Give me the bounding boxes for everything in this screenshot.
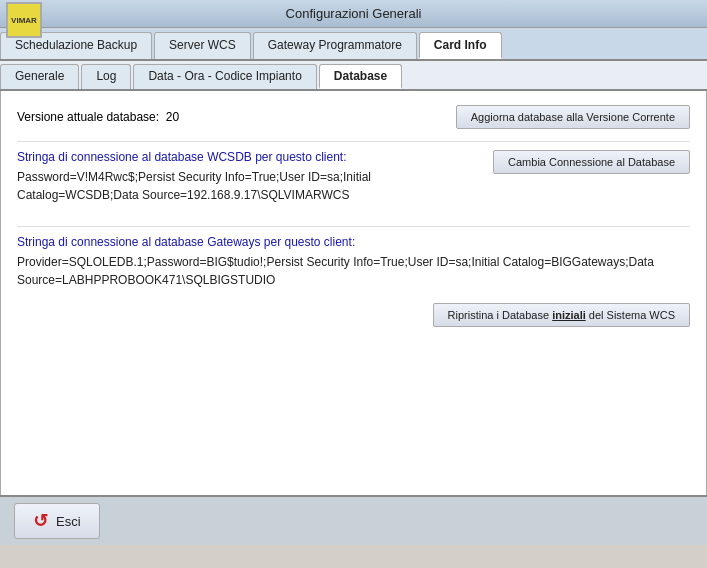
footer-bar: ↺ Esci: [0, 495, 707, 545]
divider-2: [17, 226, 690, 227]
vimar-logo: VIMAR: [6, 2, 42, 38]
version-row: Versione attuale database: 20 Aggiorna d…: [17, 105, 690, 129]
change-connection-button[interactable]: Cambia Connessione al Database: [493, 150, 690, 174]
sub-tabs: Generale Log Data - Ora - Codice Impiant…: [0, 61, 707, 91]
main-tabs: Schedulazione Backup Server WCS Gateway …: [0, 28, 707, 61]
version-value: 20: [166, 110, 179, 124]
update-db-button[interactable]: Aggiorna database alla Versione Corrente: [456, 105, 690, 129]
exit-label: Esci: [56, 514, 81, 529]
exit-icon: ↺: [33, 510, 48, 532]
restore-row: Ripristina i Database iniziali del Siste…: [17, 303, 690, 327]
wcs-connection-value: Password=V!M4Rwc$;Persist Security Info=…: [17, 168, 483, 204]
wcs-connection-label: Stringa di connessione al database WCSDB…: [17, 150, 483, 164]
subtab-database[interactable]: Database: [319, 64, 402, 89]
tab-card-info[interactable]: Card Info: [419, 32, 502, 59]
gateway-connection-value: Provider=SQLOLEDB.1;Password=BIG$tudio!;…: [17, 253, 690, 289]
content-area: Versione attuale database: 20 Aggiorna d…: [0, 91, 707, 495]
gateway-connection-block: Stringa di connessione al database Gatew…: [17, 235, 690, 289]
wcs-connection-row: Stringa di connessione al database WCSDB…: [17, 150, 690, 216]
exit-button[interactable]: ↺ Esci: [14, 503, 100, 539]
divider-1: [17, 141, 690, 142]
window-title: Configurazioni Generali: [286, 6, 422, 21]
subtab-data-ora[interactable]: Data - Ora - Codice Impianto: [133, 64, 316, 89]
gateway-connection-label: Stringa di connessione al database Gatew…: [17, 235, 690, 249]
subtab-generale[interactable]: Generale: [0, 64, 79, 89]
version-label: Versione attuale database: 20: [17, 110, 179, 124]
restore-db-button[interactable]: Ripristina i Database iniziali del Siste…: [433, 303, 690, 327]
tab-gateway[interactable]: Gateway Programmatore: [253, 32, 417, 59]
wcs-connection-block: Stringa di connessione al database WCSDB…: [17, 150, 483, 204]
tab-server-wcs[interactable]: Server WCS: [154, 32, 251, 59]
title-bar: VIMAR Configurazioni Generali: [0, 0, 707, 28]
subtab-log[interactable]: Log: [81, 64, 131, 89]
